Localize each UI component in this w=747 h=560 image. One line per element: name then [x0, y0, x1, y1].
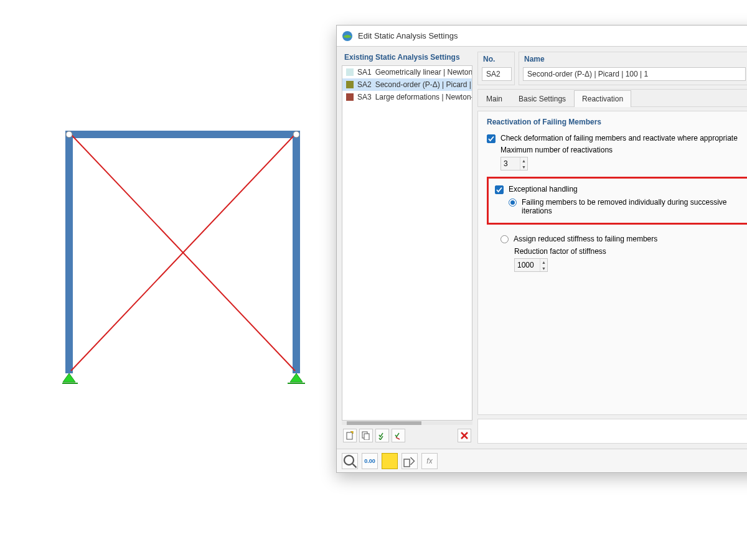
- reduction-factor-label: Reduction factor of stiffness: [514, 247, 747, 256]
- copy-button[interactable]: [359, 429, 373, 442]
- no-input[interactable]: [482, 67, 512, 81]
- settings-list-header: Existing Static Analysis Settings: [342, 52, 472, 65]
- apply-to-model-button[interactable]: [402, 453, 418, 469]
- check-deformation-label: Check deformation of failing members and…: [500, 134, 738, 142]
- delete-button[interactable]: [458, 429, 471, 442]
- svg-rect-20: [404, 459, 410, 467]
- name-input[interactable]: [523, 67, 746, 81]
- item-code: SA3: [357, 93, 372, 101]
- dialog-bottom-toolbar: 0.00 fx: [337, 449, 747, 472]
- settings-item-SA3[interactable]: SA3 Large deformations | Newton-Rap: [342, 91, 472, 103]
- svg-point-18: [344, 455, 354, 465]
- check-all-button[interactable]: [375, 429, 389, 442]
- no-label: No.: [478, 52, 514, 66]
- radio-remove-individually[interactable]: [509, 198, 517, 207]
- radio-stiffness-label: Assign reduced stiffness to failing memb…: [514, 235, 657, 243]
- units-button[interactable]: 0.00: [362, 453, 378, 469]
- svg-rect-2: [65, 131, 300, 138]
- svg-marker-9: [290, 373, 303, 382]
- max-reactivations-label: Maximum number of reactivations: [500, 146, 747, 154]
- app-icon: [342, 30, 353, 42]
- swatch-icon: [346, 68, 354, 76]
- function-button[interactable]: fx: [421, 453, 438, 469]
- svg-rect-0: [65, 131, 73, 373]
- max-reactivations-input[interactable]: [501, 157, 520, 170]
- settings-item-SA2[interactable]: SA2 Second-order (P-Δ) | Picard | 100 |: [342, 78, 472, 91]
- name-label: Name: [519, 52, 747, 66]
- svg-rect-12: [347, 432, 352, 439]
- radio-reduced-stiffness[interactable]: [500, 235, 509, 243]
- tabs: Main Basic Settings Reactivation: [477, 89, 747, 107]
- tab-content-reactivation: Reactivation of Failing Members Check de…: [477, 111, 747, 415]
- edit-static-analysis-dialog: Edit Static Analysis Settings Existing S…: [336, 25, 747, 473]
- item-code: SA1: [357, 68, 372, 77]
- svg-line-15: [396, 437, 400, 439]
- svg-point-5: [66, 131, 72, 138]
- reduction-factor-input[interactable]: [515, 259, 540, 271]
- svg-line-19: [353, 464, 357, 467]
- spin-down-icon[interactable]: ▼: [520, 164, 527, 170]
- units-label: 0.00: [364, 458, 375, 464]
- frame-diagram: [62, 124, 311, 398]
- radio-remove-label: Failing members to be removed individual…: [522, 198, 747, 215]
- svg-marker-7: [63, 373, 75, 382]
- max-reactivations-spinner[interactable]: ▲▼: [500, 157, 528, 170]
- item-label: Geometrically linear | Newton-Rap: [375, 68, 472, 77]
- uncheck-all-button[interactable]: [392, 429, 405, 442]
- exceptional-handling-checkbox[interactable]: [495, 185, 504, 194]
- item-label: Second-order (P-Δ) | Picard | 100 |: [375, 80, 472, 89]
- swatch-icon: [346, 81, 354, 88]
- item-code: SA2: [357, 80, 372, 89]
- list-h-scrollbar[interactable]: [342, 421, 472, 425]
- item-label: Large deformations | Newton-Rap: [375, 93, 472, 101]
- settings-list: SA1 Geometrically linear | Newton-Rap SA…: [342, 65, 472, 421]
- svg-point-6: [293, 131, 299, 138]
- check-deformation-checkbox[interactable]: [487, 134, 496, 143]
- tab-basic-settings[interactable]: Basic Settings: [510, 90, 574, 107]
- exceptional-handling-label: Exceptional handling: [509, 185, 578, 194]
- section-title: Reactivation of Failing Members: [487, 118, 747, 126]
- swatch-icon: [346, 93, 354, 101]
- model-canvas: [0, 0, 336, 560]
- svg-rect-14: [364, 434, 369, 440]
- new-button[interactable]: [343, 429, 357, 442]
- dialog-titlebar: Edit Static Analysis Settings: [337, 26, 747, 47]
- tab-main[interactable]: Main: [478, 90, 510, 107]
- tab-reactivation[interactable]: Reactivation: [574, 90, 631, 107]
- spin-up-icon[interactable]: ▲: [520, 157, 527, 164]
- color-button[interactable]: [382, 453, 398, 469]
- reduction-factor-spinner[interactable]: ▲▼: [514, 258, 548, 272]
- svg-rect-1: [293, 131, 300, 373]
- spin-up-icon[interactable]: ▲: [540, 259, 547, 265]
- exceptional-handling-highlight: Exceptional handling Failing members to …: [487, 177, 747, 225]
- dialog-title: Edit Static Analysis Settings: [358, 31, 458, 40]
- spin-down-icon[interactable]: ▼: [540, 265, 547, 271]
- comment-panel[interactable]: [477, 419, 747, 444]
- settings-item-SA1[interactable]: SA1 Geometrically linear | Newton-Rap: [342, 66, 472, 78]
- help-button[interactable]: [342, 453, 358, 469]
